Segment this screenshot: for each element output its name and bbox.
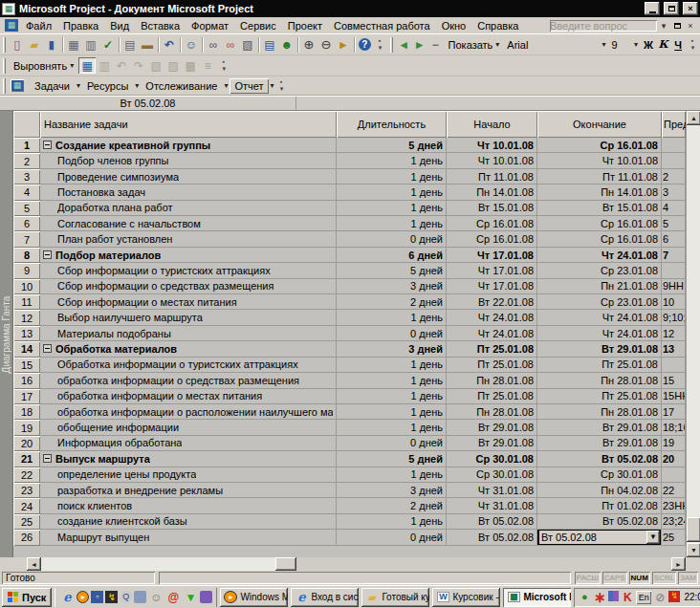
menu-item-вставка[interactable]: Вставка [135,18,186,33]
table-row[interactable]: 22определение цены продукта1 деньСр 30.0… [13,467,686,483]
predecessors-cell[interactable]: 20 [662,451,686,467]
predecessors-cell[interactable]: 12 [662,326,686,341]
table-row[interactable]: 3Проведение симпозиума1 деньПт 11.01.08П… [13,169,686,185]
task-name-cell[interactable]: разработка и внедрение рекламы [40,483,337,498]
duration-cell[interactable]: 1 день [337,153,447,168]
guide-button-отчет[interactable]: Отчет [230,78,268,94]
collapse-icon[interactable] [43,250,52,259]
indent-icon[interactable] [411,36,427,53]
disabled-icon[interactable] [653,591,667,604]
duration-cell[interactable]: 3 дней [337,341,447,357]
duration-cell[interactable]: 1 день [337,373,447,388]
spelling-icon[interactable] [99,36,117,53]
task-name-cell[interactable]: Сбор информации о местах питания [40,294,337,310]
finish-cell[interactable]: Пт 25.01.08 [537,358,662,373]
duration-cell[interactable]: 1 день [337,514,447,530]
row-id-cell[interactable]: 22 [13,467,40,483]
duration-cell[interactable]: 1 день [337,169,447,185]
finish-cell[interactable]: Ср 16.01.08 [537,138,662,153]
start-cell[interactable]: Чт 17.01.08 [447,279,537,294]
project-guide-icon[interactable] [5,19,18,32]
table-row[interactable]: 11Сбор информации о местах питания2 дней… [13,294,686,310]
task-name-cell[interactable]: определение цены продукта [40,467,337,483]
row-id-cell[interactable]: 11 [13,294,40,310]
duration-cell[interactable]: 0 дней [337,326,447,341]
start-cell[interactable]: Чт 31.01.08 [447,483,537,498]
table-row[interactable]: 25создание клиентской базы1 деньВт 05.02… [13,514,686,530]
combo-dropdown-icon[interactable]: ▼ [646,531,660,543]
menu-item-вид[interactable]: Вид [104,18,135,33]
table-row[interactable]: 4Постановка задач1 деньПн 14.01.08Пн 14.… [13,185,686,200]
start-cell[interactable]: Ср 30.01.08 [447,451,537,467]
task-name-cell[interactable]: поиск клиентов [40,498,337,513]
task-name-cell[interactable]: обработка информации о средствах размеще… [40,373,337,388]
apps-icon[interactable] [608,591,619,601]
task-name-cell[interactable]: Сбор информации о туристских аттракциях [40,263,337,278]
finish-cell[interactable]: Пн 21.01.08 [537,279,662,294]
collapse-icon[interactable] [43,454,52,463]
start-cell[interactable]: Ср 30.01.08 [447,467,537,483]
start-cell[interactable]: Чт 10.01.08 [447,138,537,153]
row-id-cell[interactable]: 4 [13,185,40,200]
duration-cell[interactable]: 1 день [337,404,447,420]
table-row[interactable]: 26Маршрут выпущен0 днейВт 05.02.08Вт 05.… [13,530,686,545]
task-name-cell[interactable]: План работ установлен [40,231,337,247]
row-id-cell[interactable]: 13 [13,326,40,341]
finish-cell[interactable]: Ср 30.01.08 [537,467,662,483]
download-icon[interactable] [668,591,680,602]
print-icon[interactable] [65,36,82,53]
finish-cell[interactable]: Пт 11.01.08 [537,169,662,185]
quicktime-icon[interactable] [120,591,132,603]
ie-icon[interactable] [59,590,75,605]
start-cell[interactable]: Вт 29.01.08 [447,436,537,451]
task-name-cell[interactable]: Материалы подобраны [40,326,337,341]
font-name-combobox[interactable]: Arial▾ [504,36,608,53]
row-id-cell[interactable]: 23 [13,483,40,498]
predecessors-cell[interactable]: 23;24 [662,514,686,530]
finish-cell[interactable]: Чт 24.01.08 [537,326,662,341]
predecessors-cell[interactable]: 23НН [662,498,686,513]
hscroll-track[interactable] [41,557,275,571]
start-button[interactable]: Пуск [2,588,52,607]
toolbar-overflow-button[interactable]: ▪▾ [276,77,288,95]
hyperlink-icon[interactable] [183,36,200,53]
floppy-icon[interactable] [91,591,103,603]
task-name-cell[interactable]: Маршрут выпущен [40,530,337,545]
winamp-icon[interactable] [105,591,118,603]
row-id-cell[interactable]: 10 [13,279,40,294]
scroll-down-icon[interactable]: ▼ [687,543,700,557]
open-folder-icon[interactable] [26,36,43,53]
scroll-left-icon[interactable]: ◄ [27,557,41,571]
view-title-strip[interactable]: Диаграмма Ганта [0,111,13,557]
duration-cell[interactable]: 1 день [337,467,447,483]
project-app-icon[interactable]: ▦ [2,3,15,15]
task-name-cell[interactable]: Подбор членов группы [40,153,337,168]
ask-question-box[interactable]: Введите вопрос [550,20,657,32]
finish-cell[interactable]: Вт 29.01.08 [537,420,662,435]
kazaa-icon[interactable] [183,590,198,605]
horizontal-scroll-thumb[interactable] [275,557,296,571]
taskbar-window-button[interactable]: Windows Me... [220,588,288,607]
person-icon[interactable] [148,590,164,605]
start-cell[interactable]: Пт 25.01.08 [447,389,537,404]
finish-cell[interactable]: Пн 28.01.08 [537,404,662,420]
flower-icon[interactable] [593,591,606,604]
predecessors-cell[interactable]: 5 [662,216,686,231]
row-id-cell[interactable]: 3 [13,169,40,185]
start-cell[interactable]: Чт 31.01.08 [447,498,537,513]
row-id-cell[interactable]: 21 [13,451,40,467]
column-header-name[interactable]: Название задачи [40,111,337,138]
duration-cell[interactable]: 1 день [337,216,447,231]
finish-cell[interactable]: Пн 04.02.08 [537,483,662,498]
align-menu-button[interactable]: Выровнять▾ [9,58,78,74]
start-cell[interactable]: Чт 24.01.08 [447,326,537,341]
font-size-combobox[interactable]: 9▾ [608,36,641,53]
app-icon-1[interactable] [134,591,146,603]
start-cell[interactable]: Пт 11.01.08 [447,169,537,185]
finish-cell[interactable]: Пн 14.01.08 [537,185,662,200]
save-icon[interactable] [43,36,60,53]
start-cell[interactable]: Пт 25.01.08 [447,358,537,373]
start-cell[interactable]: Чт 24.01.08 [447,310,537,325]
row-id-cell[interactable]: 5 [13,201,40,216]
predecessors-cell[interactable]: 25 [662,530,686,545]
